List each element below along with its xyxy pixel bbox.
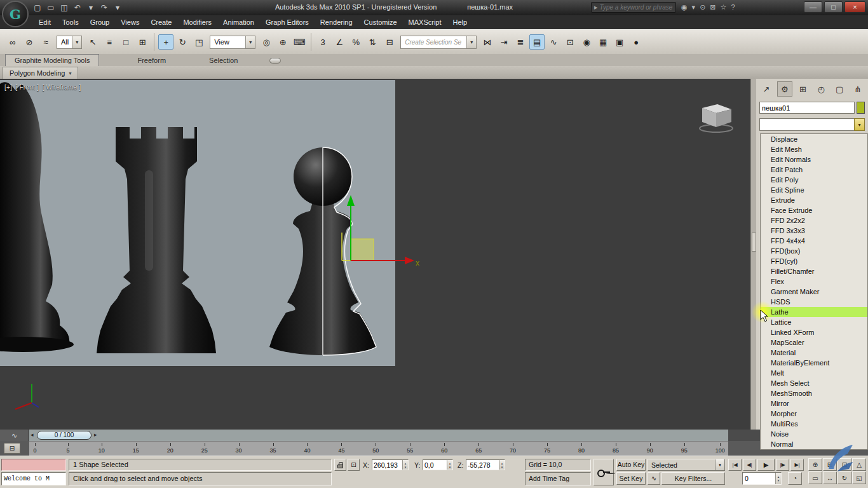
modifier-option[interactable]: Edit Normals: [761, 154, 867, 165]
modifier-option[interactable]: MapScaler: [761, 337, 867, 348]
set-keys-button[interactable]: [593, 459, 614, 485]
modifier-option[interactable]: Face Extrude: [761, 205, 867, 215]
gizmo-x-arrowhead[interactable]: [405, 257, 414, 264]
current-frame-field[interactable]: ▴▾: [742, 472, 782, 485]
modifier-option[interactable]: MultiRes: [761, 419, 867, 429]
open-file-icon[interactable]: ▭: [45, 2, 57, 13]
snap-toggle-3d-icon[interactable]: 3: [315, 34, 330, 50]
modifier-list-combo[interactable]: ▾: [759, 118, 865, 131]
y-spinner[interactable]: ▴▾: [447, 460, 452, 470]
layer-manager-icon[interactable]: ≣: [513, 34, 528, 50]
time-slider[interactable]: 0 / 100: [37, 431, 92, 440]
menu-item[interactable]: Modifiers: [177, 15, 217, 29]
spinner-down-icon[interactable]: ▾: [405, 465, 407, 469]
modifier-option[interactable]: Melt: [761, 368, 867, 378]
current-frame-input[interactable]: [743, 473, 775, 484]
menu-item[interactable]: Help: [447, 15, 473, 29]
modifier-option[interactable]: FFD 2x2x2: [761, 215, 867, 226]
modifier-option[interactable]: Flex: [761, 276, 867, 287]
redo-icon[interactable]: ↷: [98, 2, 110, 13]
tab-graphite-modeling-tools[interactable]: Graphite Modeling Tools: [5, 54, 99, 66]
viewport-general-menu[interactable]: [+]: [4, 84, 12, 91]
zoom-region-icon[interactable]: ▭: [808, 471, 822, 484]
modifier-option[interactable]: Material: [761, 348, 867, 358]
tab-selection[interactable]: Selection: [200, 55, 247, 66]
time-configuration-button[interactable]: ◔: [788, 472, 802, 485]
y-coordinate-field[interactable]: ▴▾: [423, 459, 453, 470]
viewport-label[interactable]: [+] [ Front ] [ Wireframe ]: [4, 84, 81, 91]
menu-item[interactable]: MAXScript: [403, 15, 447, 29]
x-coordinate-field[interactable]: ▴▾: [372, 459, 409, 470]
open-mini-curve-editor-button[interactable]: ∿: [0, 430, 29, 441]
x-spinner[interactable]: ▴▾: [402, 460, 408, 470]
modifier-option[interactable]: Mesh Select: [761, 378, 867, 388]
modifier-option[interactable]: Linked XForm: [761, 327, 867, 337]
gizmo-xy-plane-handle[interactable]: [351, 239, 374, 261]
previous-frame-button[interactable]: ◀|: [743, 459, 756, 471]
reference-coordinate-dropdown[interactable]: View ▾: [210, 36, 255, 49]
play-animation-button[interactable]: ▶: [757, 459, 775, 471]
z-coordinate-field[interactable]: ▴▾: [466, 459, 505, 470]
select-and-scale-icon[interactable]: ◳: [191, 34, 207, 50]
modifier-option[interactable]: Edit Poly: [761, 175, 867, 185]
viewport-view-menu[interactable]: [ Front ]: [15, 84, 39, 91]
front-viewport-canvas[interactable]: x: [0, 80, 445, 366]
modifier-option[interactable]: Garment Maker: [761, 287, 867, 297]
modifier-option[interactable]: Noise: [761, 429, 867, 439]
x-coordinate-input[interactable]: [372, 460, 402, 470]
use-pivot-point-center-icon[interactable]: ◎: [259, 34, 274, 50]
new-scene-icon[interactable]: ▢: [32, 2, 43, 13]
save-file-icon[interactable]: ◫: [58, 2, 70, 13]
menu-item[interactable]: Create: [145, 15, 177, 29]
object-name-field[interactable]: [759, 102, 855, 114]
modifier-list-field[interactable]: [759, 118, 854, 131]
maximize-button[interactable]: □: [824, 1, 843, 13]
graphite-ribbon-toggle-icon[interactable]: ▤: [529, 34, 545, 50]
maxscript-mini-listener[interactable]: Welcome to M: [1, 472, 66, 485]
modifier-option[interactable]: Edit Patch: [761, 165, 867, 175]
go-to-end-button[interactable]: ▶|: [790, 459, 804, 471]
search-binoculars-icon[interactable]: ◉: [681, 2, 688, 13]
default-tangent-button[interactable]: ∿: [648, 472, 660, 485]
select-object-icon[interactable]: ↖: [85, 34, 100, 50]
schematic-view-icon[interactable]: ⊡: [562, 34, 578, 50]
spinner-down-icon[interactable]: ▾: [449, 465, 451, 469]
menu-item[interactable]: Customize: [358, 15, 403, 29]
edit-named-selection-sets-icon[interactable]: ⊟: [382, 34, 397, 50]
z-coordinate-input[interactable]: [466, 460, 499, 470]
menu-item[interactable]: Group: [85, 15, 116, 29]
tab-freeform[interactable]: Freeform: [128, 55, 175, 66]
command-panel-scrollbar[interactable]: [750, 79, 756, 430]
time-slider-track[interactable]: ◂ 0 / 100 ▸: [29, 430, 728, 441]
search-dropdown-caret-icon[interactable]: ▾: [692, 2, 696, 13]
auto-key-toggle[interactable]: Auto Key: [616, 459, 646, 471]
communication-center-icon[interactable]: ⊠: [710, 2, 715, 13]
menu-item[interactable]: Rendering: [315, 15, 358, 29]
infocenter-search-field[interactable]: ▸: [591, 2, 676, 13]
y-coordinate-input[interactable]: [423, 460, 447, 470]
motion-tab-icon[interactable]: ◴: [813, 81, 829, 97]
subscription-center-icon[interactable]: ⊙: [700, 2, 705, 13]
mirror-icon[interactable]: ⋈: [480, 34, 495, 50]
hierarchy-tab-icon[interactable]: ⊞: [796, 81, 811, 97]
selection-set-input[interactable]: [405, 39, 463, 46]
spinner-down-icon[interactable]: ▾: [778, 478, 780, 482]
rendered-frame-window-icon[interactable]: ▣: [612, 34, 627, 50]
absolute-offset-mode-toggle[interactable]: ⊡: [348, 459, 360, 471]
modifier-option[interactable]: FFD 3x3x3: [761, 226, 867, 236]
percent-snap-toggle-icon[interactable]: %: [348, 34, 363, 50]
search-input[interactable]: [600, 4, 673, 11]
bind-to-space-warp-icon[interactable]: ≈: [38, 34, 53, 50]
render-production-icon[interactable]: ●: [628, 34, 644, 50]
go-to-start-button[interactable]: |◀: [728, 459, 742, 471]
close-button[interactable]: ×: [844, 1, 865, 13]
minimize-button[interactable]: —: [804, 1, 822, 13]
undo-icon[interactable]: ↶: [72, 2, 83, 13]
time-tag-field[interactable]: Add Time Tag: [525, 472, 591, 485]
modifier-option[interactable]: Lathe: [761, 307, 867, 317]
modifier-list-caret-icon[interactable]: ▾: [854, 118, 865, 131]
modifier-option[interactable]: Fillet/Chamfer: [761, 266, 867, 276]
select-by-name-icon[interactable]: ≡: [102, 34, 117, 50]
material-editor-icon[interactable]: ◉: [579, 34, 594, 50]
modifier-option[interactable]: Displace: [761, 134, 867, 144]
